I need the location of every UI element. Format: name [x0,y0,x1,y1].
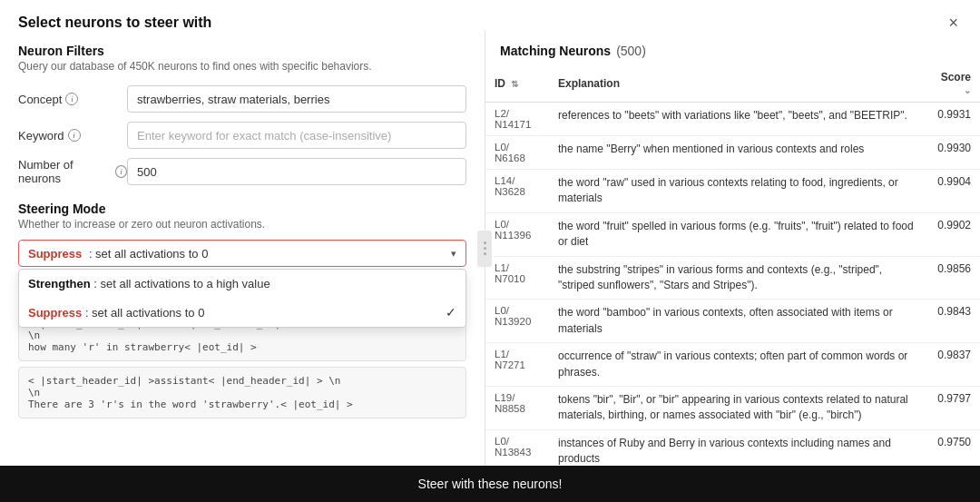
matching-count: (500) [616,44,646,58]
concept-info-icon[interactable]: i [65,93,78,105]
cell-id: L1/ N7010 [485,256,549,300]
table-row: L2/ N14171references to "beets" with var… [485,103,980,136]
modal-title: Select neurons to steer with [18,15,211,31]
score-sort-icon: ⌄ [964,85,971,95]
table-row: L14/ N3628the word "raw" used in various… [485,170,980,213]
table-row: L1/ N7271occurrence of "straw" in variou… [485,343,980,387]
keyword-row: Keyword i [18,122,466,149]
modal: Select neurons to steer with × Neuron Fi… [0,0,980,502]
dropdown-menu: Strengthen : set all activations to a hi… [18,269,466,328]
id-sort-icon: ⇅ [511,79,518,89]
dropdown-selected-text: Suppress : set all activations to 0 [28,247,208,261]
table-row: L0/ N6168the name "Berry" when mentioned… [485,136,980,170]
cell-explanation: occurrence of "straw" in various context… [549,343,926,387]
right-panel-header: Matching Neurons (500) [485,31,980,58]
concept-label: Concept i [18,93,127,106]
cell-score: 0.9797 [926,386,980,429]
keyword-label: Keyword i [18,129,127,143]
neurons-table: ID ⇅ Explanation Score ⌄ [485,65,980,466]
col-explanation: Explanation [549,65,926,103]
col-score[interactable]: Score ⌄ [926,65,980,103]
col-id[interactable]: ID ⇅ [485,65,549,103]
cell-score: 0.9931 [926,103,980,136]
suppress-desc: : set all activations to 0 [89,247,209,261]
neurons-table-container[interactable]: ID ⇅ Explanation Score ⌄ [485,65,980,466]
table-row: L0/ N13843instances of Ruby and Berry in… [485,429,980,466]
neuron-count-input[interactable] [127,158,466,185]
steering-title: Steering Mode [18,202,466,216]
steering-dropdown-wrapper: Suppress : set all activations to 0 ▾ St… [18,240,466,267]
cell-score: 0.9930 [926,136,980,170]
cell-score: 0.9750 [926,429,980,466]
close-button[interactable]: × [945,15,962,31]
cell-id: L14/ N3628 [485,170,549,213]
cell-id: L0/ N11396 [485,212,549,256]
cell-id: L0/ N13843 [485,429,549,466]
suppress-option[interactable]: Suppress : set all activations to 0 ✓ [19,298,466,327]
code-line-5: \n [28,387,456,399]
concept-input[interactable] [127,85,466,113]
cell-id: L19/ N8858 [485,386,549,429]
right-panel: Matching Neurons (500) ID ⇅ Explanation [485,31,980,466]
neuron-count-row: Number of neurons i [18,158,466,185]
modal-footer[interactable]: Steer with these neurons! [0,466,980,502]
code-line-2: \n [28,330,456,341]
code-block-3: < |start_header_id| >assistant< |end_hea… [18,367,466,418]
table-body: L2/ N14171references to "beets" with var… [485,103,980,467]
table-row: L0/ N11396the word "fruit" spelled in va… [485,212,980,256]
suppress-option-text: Suppress : set all activations to 0 [28,306,204,320]
neuron-count-info-icon[interactable]: i [115,165,127,178]
matching-title: Matching Neurons [500,44,611,58]
keyword-info-icon[interactable]: i [68,129,81,142]
strengthen-option-text: Strengthen : set all activations to a hi… [28,277,270,290]
concept-row: Concept i [18,85,466,113]
panel-divider[interactable] [477,231,492,267]
cell-id: L0/ N6168 [485,136,549,170]
code-line-4: < |start_header_id| >assistant< |end_hea… [28,375,456,387]
suppress-label: Suppress [28,247,82,261]
cell-explanation: tokens "bir", "Bir", or "bir" appearing … [549,386,926,429]
keyword-input[interactable] [127,122,466,149]
steer-button-label: Steer with these neurons! [418,477,563,491]
cell-score: 0.9902 [926,212,980,256]
table-row: L19/ N8858tokens "bir", "Bir", or "bir" … [485,386,980,429]
modal-header: Select neurons to steer with × [0,0,980,31]
modal-body: Neuron Filters Query our database of 450… [0,31,980,466]
cell-explanation: instances of Ruby and Berry in various c… [549,429,926,466]
strengthen-option[interactable]: Strengthen : set all activations to a hi… [19,270,466,298]
cell-id: L1/ N7271 [485,343,549,387]
left-panel: Neuron Filters Query our database of 450… [0,31,485,466]
cell-explanation: the name "Berry" when mentioned in vario… [549,136,926,170]
chevron-down-icon: ▾ [451,248,456,260]
neuron-count-label: Number of neurons i [18,158,127,185]
steering-section: Steering Mode Whether to increase or zer… [18,202,466,267]
cell-score: 0.9837 [926,343,980,387]
divider-dots [484,241,486,255]
cell-id: L0/ N13920 [485,300,549,343]
table-row: L0/ N13920the word "bamboo" in various c… [485,300,980,343]
cell-explanation: the substring "stripes" in various forms… [549,256,926,300]
filters-title: Neuron Filters [18,44,466,58]
cell-score: 0.9856 [926,256,980,300]
steering-dropdown[interactable]: Suppress : set all activations to 0 ▾ [18,240,466,267]
cell-explanation: the word "bamboo" in various contexts, o… [549,300,926,343]
cell-explanation: the word "raw" used in various contexts … [549,170,926,213]
check-icon: ✓ [446,305,456,320]
steering-desc: Whether to increase or zero out neuron a… [18,218,466,231]
code-line-6: There are 3 'r's in the word 'strawberry… [28,399,456,410]
cell-score: 0.9904 [926,170,980,213]
table-row: L1/ N7010the substring "stripes" in vari… [485,256,980,300]
cell-explanation: references to "beets" with variations li… [549,103,926,136]
filters-desc: Query our database of 450K neurons to fi… [18,60,466,73]
code-line-3: how many 'r' in strawberry< |eot_id| > [28,341,456,353]
cell-explanation: the word "fruit" spelled in various form… [549,212,926,256]
table-header-row: ID ⇅ Explanation Score ⌄ [485,65,980,103]
cell-score: 0.9843 [926,300,980,343]
cell-id: L2/ N14171 [485,103,549,136]
